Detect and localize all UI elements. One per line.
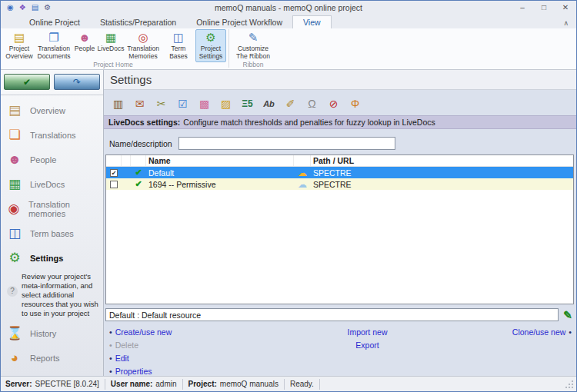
livedocs-cabinet-icon: ▦ xyxy=(5,174,25,194)
sidebar-item-reports[interactable]: ◕ Reports xyxy=(1,346,103,370)
memoq-logo-icon[interactable]: ◉ xyxy=(7,3,14,12)
delete-link: •Delete xyxy=(109,341,255,350)
row-checkbox[interactable]: ✔ xyxy=(110,169,118,177)
title-bar: ◉ ❖ ▤ ⚙ memoQ manuals - memoQ online pro… xyxy=(1,1,576,15)
row-path: SPECTRE xyxy=(311,178,573,190)
autocorrect-icon[interactable]: Ω xyxy=(303,95,321,112)
sidebar-item-translations[interactable]: ❏ Translations xyxy=(1,123,103,148)
quick-access-toolbar: ◉ ❖ ▤ ⚙ xyxy=(1,3,51,12)
tm-settings-icon[interactable]: ▩ xyxy=(195,95,213,112)
overview-box-icon: ▤ xyxy=(5,101,25,121)
close-button[interactable]: ✕ xyxy=(555,2,576,14)
row-checkbox[interactable] xyxy=(110,181,118,188)
translations-document-icon: ❏ xyxy=(5,125,25,145)
project-value: memoQ manuals xyxy=(220,380,278,388)
people-button[interactable]: ☻ People xyxy=(72,29,97,62)
people-group-icon: ☻ xyxy=(5,150,25,170)
name-description-label: Name/description xyxy=(109,139,172,148)
tab-statistics-preparation[interactable]: Statistics/Preparation xyxy=(90,16,186,28)
category-info-bar: LiveDocs settings:Configure match thresh… xyxy=(104,115,576,129)
resources-table: Name Path / URL ✔ ✔ Default ☁ SPECTRE ✔ xyxy=(105,154,574,304)
sidebar-item-translation-memories[interactable]: ◉ Translation memories xyxy=(1,197,103,221)
translation-documents-button[interactable]: ❐ Translation Documents xyxy=(35,29,72,62)
translation-memories-button[interactable]: ◎ Translation Memories xyxy=(125,29,162,62)
properties-link[interactable]: •Properties xyxy=(109,367,255,376)
livedocs-settings-icon[interactable]: ▨ xyxy=(217,95,235,112)
font-substitution-icon[interactable]: Φ xyxy=(346,95,364,112)
table-header: Name Path / URL xyxy=(106,155,573,167)
customize-ribbon-button[interactable]: ✎ Customize The Ribbon xyxy=(232,29,275,62)
general-settings-icon[interactable]: ▥ xyxy=(109,95,127,112)
bullet-icon: • xyxy=(109,354,112,363)
project-overview-icon: ▤ xyxy=(14,31,25,45)
bullet-icon: • xyxy=(109,341,112,350)
window-title: memoQ manuals - memoQ online project xyxy=(1,3,576,12)
remote-resource-cloud-icon: ☁ xyxy=(298,179,307,190)
sidebar-item-overview[interactable]: ▤ Overview xyxy=(1,98,103,123)
status-bar: Server:SPECTRE [8.0.24] User name:admin … xyxy=(1,376,576,391)
collapse-ribbon-icon[interactable]: ∧ xyxy=(563,19,569,27)
maximize-button[interactable]: □ xyxy=(533,2,555,14)
confirm-button[interactable]: ✔ xyxy=(4,74,50,90)
sidebar-item-people[interactable]: ☻ People xyxy=(1,148,103,172)
row-name: Default xyxy=(146,167,294,178)
project-overview-button[interactable]: ▤ Project Overview xyxy=(3,29,35,62)
tab-online-project-workflow[interactable]: Online Project Workflow xyxy=(186,16,292,28)
header-path-url: Path / URL xyxy=(311,155,573,166)
info-bar-text: Configure match thresholds and penalties… xyxy=(183,118,435,127)
customize-ribbon-icon: ✎ xyxy=(248,31,258,45)
export-path-rules-icon[interactable]: ✐ xyxy=(282,95,299,112)
project-label: Project: xyxy=(188,380,217,388)
sidebar-item-history[interactable]: ⌛ History xyxy=(1,321,103,346)
bullet-icon: • xyxy=(109,327,112,337)
edit-link[interactable]: •Edit xyxy=(109,354,255,363)
ready-status: Ready. xyxy=(290,380,314,388)
settings-category-toolbar: ▥ ✉ ✂ ☑ ▩ ▨ Ξ5 Ab ✐ Ω ⊘ Φ xyxy=(104,90,576,115)
translation-memories-icon: ◎ xyxy=(138,31,148,45)
project-settings-button[interactable]: ⚙ Project Settings xyxy=(195,29,226,62)
row-name: 1694 -- Permissive xyxy=(146,178,294,190)
info-bar-title: LiveDocs settings: xyxy=(108,118,180,127)
user-name-value: admin xyxy=(155,380,176,388)
header-location-column xyxy=(294,155,311,166)
term-bases-database-icon: ◫ xyxy=(5,224,25,244)
ignore-lists-icon[interactable]: Ab xyxy=(260,95,278,112)
qa-settings-icon[interactable]: ☑ xyxy=(174,95,192,112)
import-new-link[interactable]: Import new xyxy=(348,327,388,337)
resource-actions: •Create/use new •Delete •Edit •Propertie… xyxy=(104,321,576,376)
segmentation-rules-icon[interactable]: ✂ xyxy=(152,95,170,112)
check-icon: ✔ xyxy=(23,77,31,88)
tab-online-project[interactable]: Online Project xyxy=(19,16,90,28)
minimize-button[interactable]: – xyxy=(512,2,533,14)
non-translatables-icon[interactable]: ⊘ xyxy=(325,95,342,112)
people-icon: ☻ xyxy=(78,31,91,45)
tab-view[interactable]: View xyxy=(292,15,332,28)
sync-icon[interactable]: ❖ xyxy=(19,3,26,12)
reports-pie-icon: ◕ xyxy=(5,348,25,368)
project-book-icon[interactable]: ▤ xyxy=(32,3,38,12)
create-use-new-link[interactable]: •Create/use new xyxy=(109,327,255,337)
settings-description: ? Review your project's meta-information… xyxy=(1,271,103,321)
header-status-column xyxy=(131,155,146,166)
communication-settings-icon[interactable]: ✉ xyxy=(131,95,148,112)
sidebar-item-term-bases[interactable]: ◫ Term bases xyxy=(1,221,103,246)
user-name-label: User name: xyxy=(111,380,152,388)
name-description-input[interactable] xyxy=(178,137,395,150)
auto-translation-rules-icon[interactable]: Ξ5 xyxy=(238,95,256,112)
resize-grip[interactable] xyxy=(565,380,573,388)
history-hourglass-icon: ⌛ xyxy=(5,324,25,344)
sidebar-item-livedocs[interactable]: ▦ LiveDocs xyxy=(1,172,103,197)
sidebar-item-settings[interactable]: ⚙ Settings xyxy=(1,246,103,271)
group-label-ribbon: Ribbon xyxy=(228,61,278,68)
livedocs-button[interactable]: ▦ LiveDocs xyxy=(97,29,125,62)
redo-button[interactable]: ↷ xyxy=(54,74,100,90)
term-bases-button[interactable]: ◫ Term Bases xyxy=(162,29,195,62)
bullet-icon: • xyxy=(569,327,572,337)
edit-resource-icon[interactable]: ✎ xyxy=(562,309,574,321)
table-row[interactable]: ✔ ✔ Default ☁ SPECTRE xyxy=(106,167,573,178)
table-row[interactable]: ✔ 1694 -- Permissive ☁ SPECTRE xyxy=(106,178,573,190)
remote-resource-cloud-icon: ☁ xyxy=(298,168,307,178)
options-gear-icon[interactable]: ⚙ xyxy=(44,3,51,12)
clone-use-new-link[interactable]: Clone/use new• xyxy=(479,327,572,337)
export-link[interactable]: Export xyxy=(355,341,379,350)
